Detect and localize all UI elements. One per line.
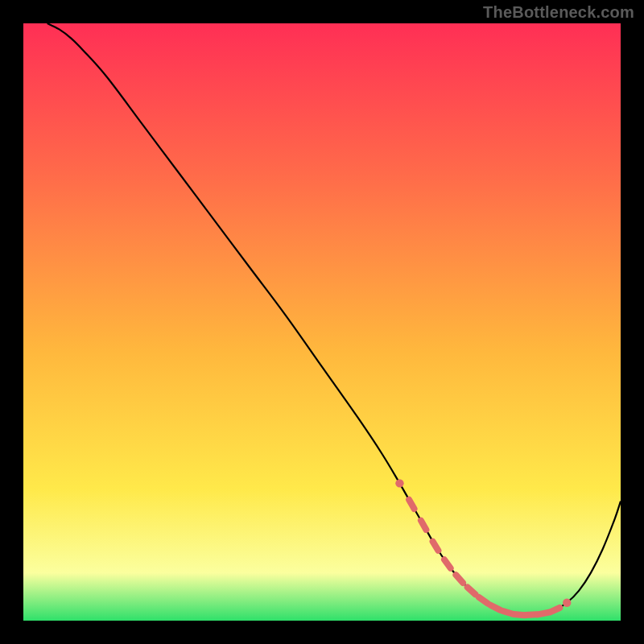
valley-marker-cap bbox=[563, 599, 571, 607]
valley-marker-dash bbox=[468, 588, 476, 595]
valley-marker-dash bbox=[538, 613, 548, 615]
valley-marker-dash bbox=[550, 608, 559, 612]
valley-marker-dash bbox=[433, 542, 439, 551]
valley-marker-dash bbox=[479, 597, 488, 603]
valley-marker-dash bbox=[456, 575, 463, 583]
chart-stage: TheBottleneck.com bbox=[0, 0, 644, 644]
chart-plot-area bbox=[23, 23, 621, 621]
valley-marker-dash bbox=[490, 605, 500, 610]
attribution-text: TheBottleneck.com bbox=[483, 3, 634, 22]
valley-marker-dash bbox=[502, 611, 512, 614]
chart-overlay-svg bbox=[23, 23, 621, 621]
bottleneck-curve bbox=[47, 23, 621, 615]
valley-marker-dash bbox=[421, 521, 426, 530]
valley-marker-cap bbox=[395, 479, 403, 487]
valley-marker-dash bbox=[409, 500, 414, 509]
valley-marker-dash bbox=[444, 559, 451, 568]
valley-markers bbox=[395, 479, 571, 615]
